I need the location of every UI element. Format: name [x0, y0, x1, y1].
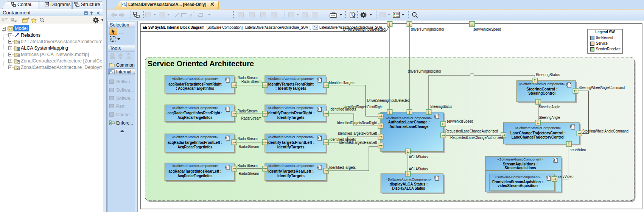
- svg-text:RadarStream: RadarStream: [238, 137, 258, 141]
- svg-text:DriverSteeringInputDetected: DriverSteeringInputDetected: [367, 98, 410, 103]
- svg-text:RequestedLaneChangeAuthorized: RequestedLaneChangeAuthorized: [450, 136, 503, 140]
- svg-text:LaneChangeTrajectoryControl :: LaneChangeTrajectoryControl :: [510, 131, 566, 135]
- svg-text:«SoftwareAtomicComponent»: «SoftwareAtomicComponent»: [519, 82, 565, 86]
- svg-text:«SoftwareAtomicComponent»: «SoftwareAtomicComponent»: [268, 135, 314, 139]
- svg-text:DriverSteeringInputDetected: DriverSteeringInputDetected: [343, 27, 386, 31]
- svg-text:driverTurningIndicator: driverTurningIndicator: [408, 69, 442, 73]
- svg-text:StreamAquisitions :: StreamAquisitions :: [503, 162, 538, 166]
- svg-text:IdentifiedTargetsFrontRight: IdentifiedTargetsFrontRight: [344, 105, 383, 109]
- svg-text:ACLAStatus: ACLAStatus: [409, 155, 428, 159]
- svg-text:«SoftwareAtomicComponent»: «SoftwareAtomicComponent»: [498, 157, 543, 161]
- svg-text:SteeringWheelAngleCommand: SteeringWheelAngleCommand: [582, 129, 628, 133]
- svg-text:servVehicleSpeed: servVehicleSpeed: [447, 119, 473, 123]
- svg-text:SteeringStatus: SteeringStatus: [536, 73, 560, 77]
- svg-text:«SoftwareAtomicComponent»: «SoftwareAtomicComponent»: [172, 76, 218, 81]
- svg-text:RadarStream: RadarStream: [239, 171, 259, 176]
- svg-text:AcqRadarTargetInfos: AcqRadarTargetInfos: [177, 145, 212, 149]
- svg-text:EE SW SysML Internal Block Dia: EE SW SysML Internal Block Diagram: [143, 25, 204, 30]
- svg-text:SteeringControl :: SteeringControl :: [526, 87, 557, 91]
- svg-text:LateralDriverAssistanceArchite: LateralDriverAssistanceArchitecture_SOA: [245, 25, 308, 30]
- svg-text:acqRadarTargetInfosFrontRight: acqRadarTargetInfosFrontRight: [168, 82, 222, 86]
- svg-text:acqRadarTargetInfosRearRight :: acqRadarTargetInfosRearRight :: [168, 111, 222, 115]
- svg-text:servVehicleSpeed: servVehicleSpeed: [473, 27, 501, 31]
- svg-text:«SoftwareAtomicComponent»: «SoftwareAtomicComponent»: [268, 164, 314, 168]
- svg-text:driverTurningIndicator: driverTurningIndicator: [411, 27, 445, 31]
- svg-text:Sw Element: Sw Element: [596, 36, 613, 40]
- svg-text:«SoftwareAtomicComponent»: «SoftwareAtomicComponent»: [386, 177, 431, 181]
- svg-text:AcqRadarTargetInfos: AcqRadarTargetInfos: [177, 174, 212, 178]
- svg-text:identifyTargetsRearLeft :: identifyTargetsRearLeft :: [268, 169, 314, 173]
- svg-text:RadarStream: RadarStream: [241, 80, 261, 84]
- svg-text:identifyTargetsRearRight :: identifyTargetsRearRight :: [267, 111, 314, 115]
- svg-text:SteeringAngle: SteeringAngle: [539, 105, 560, 109]
- svg-text:AcqRadarTargetInfos: AcqRadarTargetInfos: [177, 115, 212, 120]
- svg-text:acqRadarTargetInfosRearLeft :: acqRadarTargetInfosRearLeft :: [168, 169, 221, 173]
- svg-text:: AcqRadarTargetInfos: : AcqRadarTargetInfos: [176, 86, 214, 90]
- svg-text:Service Oriented Architecture: Service Oriented Architecture: [148, 59, 254, 68]
- svg-text:StreamAquisitions: StreamAquisitions: [505, 166, 536, 170]
- svg-text:«SoftwareAtomicComponent»: «SoftwareAtomicComponent»: [172, 164, 218, 168]
- svg-text:«SoftwareAtomicComponent»: «SoftwareAtomicComponent»: [268, 106, 314, 110]
- svg-text:[: [: [310, 25, 311, 30]
- svg-text:SteeringControl: SteeringControl: [528, 91, 555, 95]
- svg-text:AuthorizeLaneChange :: AuthorizeLaneChange :: [388, 120, 430, 124]
- svg-text:SteeringStatus: SteeringStatus: [430, 104, 452, 109]
- svg-text:«SoftwareAtomicComponent»: «SoftwareAtomicComponent»: [172, 106, 218, 110]
- svg-text:IdentifyTargets: IdentifyTargets: [277, 115, 305, 120]
- svg-text:FrontvideoStreamAquisition :: FrontvideoStreamAquisition :: [492, 180, 543, 184]
- svg-text:LateralDriverAssistanceA... [R: LateralDriverAssistanceA... [Read-Only]: [128, 2, 206, 7]
- svg-text:IdentifiedTargets: IdentifiedTargets: [329, 81, 355, 85]
- svg-text:RadarStream: RadarStream: [238, 164, 258, 168]
- svg-text:Service: Service: [596, 41, 608, 45]
- svg-text:IdentifyTargets: IdentifyTargets: [277, 145, 305, 149]
- svg-text:acqRadarTargetInfosFrontLeft :: acqRadarTargetInfosFrontLeft :: [168, 140, 222, 145]
- svg-text:DisplayALCA Status: DisplayALCA Status: [392, 186, 425, 190]
- svg-text:RadarStream: RadarStream: [239, 145, 259, 149]
- svg-text:IdentifiedTargetsFrontLeft: IdentifiedTargetsFrontLeft: [338, 131, 377, 136]
- svg-text:«SoftwareAtomicComponent»: «SoftwareAtomicComponent»: [268, 76, 314, 81]
- svg-text:SenderReceiver: SenderReceiver: [596, 47, 621, 51]
- svg-text:RequestedLaneChangeAuthorized: RequestedLaneChangeAuthorized: [445, 129, 498, 133]
- svg-text:: IdentifyTargets: : IdentifyTargets: [275, 86, 306, 90]
- svg-text:RadarStream: RadarStream: [241, 116, 261, 120]
- svg-text:«SoftwareAtomicComponent»: «SoftwareAtomicComponent»: [386, 116, 432, 120]
- svg-text:RadarStream: RadarStream: [238, 109, 258, 113]
- svg-text:[Software Composition]: [Software Composition]: [207, 25, 243, 30]
- svg-text:AuthorizeLaneChange: AuthorizeLaneChange: [389, 125, 428, 129]
- svg-text:SteeringAngle: SteeringAngle: [539, 115, 560, 120]
- svg-text:identifyTargetsFrontRight: identifyTargetsFrontRight: [268, 82, 314, 86]
- svg-text:«SoftwareAtomicComponent»: «SoftwareAtomicComponent»: [172, 135, 218, 139]
- svg-text:videoStreamAquisition: videoStreamAquisition: [498, 184, 538, 188]
- svg-text:«SoftwareAtomicComponent»: «SoftwareAtomicComponent»: [495, 175, 541, 179]
- svg-text:ACLAStatus: ACLAStatus: [409, 167, 428, 171]
- svg-text:Legend SW: Legend SW: [596, 30, 615, 34]
- svg-text:servVideo: servVideo: [558, 175, 574, 179]
- svg-text:«SoftwareAtomicComponent»: «SoftwareAtomicComponent»: [515, 126, 561, 130]
- svg-text:identifyTargetsFrontLeft :: identifyTargetsFrontLeft :: [267, 140, 314, 145]
- svg-text:IdentifiedTargets: IdentifiedTargets: [329, 165, 356, 170]
- svg-text:IdentifiedTargetsRearLeft: IdentifiedTargetsRearLeft: [339, 140, 377, 145]
- svg-text:SteeringWheelAngleCommand: SteeringWheelAngleCommand: [579, 86, 625, 90]
- svg-text:LaneChangeTrajectoryControl: LaneChangeTrajectoryControl: [512, 135, 565, 139]
- svg-text:servVideo: servVideo: [570, 148, 586, 152]
- svg-text:displayALCA Status :: displayALCA Status :: [389, 182, 428, 186]
- svg-text:IdentifiedTargetsRearRight: IdentifiedTargetsRearRight: [337, 121, 377, 125]
- svg-text:IdentifyTargets: IdentifyTargets: [277, 174, 305, 178]
